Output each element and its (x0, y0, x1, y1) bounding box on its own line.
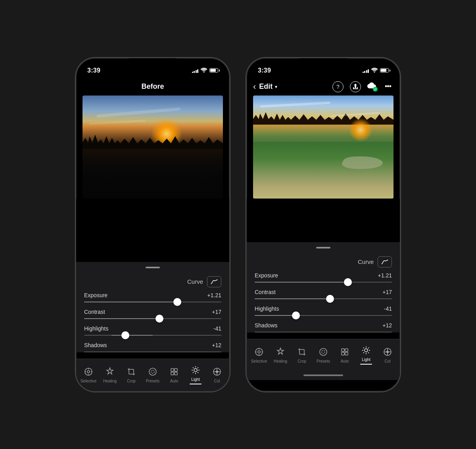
right-contrast-track[interactable] (255, 298, 392, 299)
left-scroll-indicator (76, 262, 229, 270)
svg-point-17 (194, 369, 197, 372)
right-tool-crop[interactable]: Crop (292, 346, 312, 363)
left-exposure-track[interactable] (84, 302, 221, 302)
right-tool-color[interactable]: Col (378, 346, 397, 363)
right-presets-icon (318, 346, 329, 357)
left-wifi-icon (201, 67, 207, 74)
cloud-sync-container: ✓ (367, 82, 376, 91)
right-scroll-indicator (247, 242, 400, 250)
edit-dropdown-chevron[interactable]: ▾ (275, 84, 277, 90)
left-edit-panel: Curve Exposure +1.21 (76, 270, 229, 352)
left-highlights-track[interactable] (84, 335, 221, 336)
left-tool-color[interactable]: Col (207, 366, 227, 383)
right-tool-presets[interactable]: Presets (313, 346, 333, 363)
svg-line-56 (363, 352, 364, 353)
left-presets-icon (147, 366, 158, 377)
svg-rect-13 (171, 369, 174, 371)
svg-point-49 (365, 349, 368, 352)
left-tool-auto[interactable]: Auto (164, 366, 184, 383)
left-phone: 3:39 Before (75, 57, 230, 392)
left-healing-icon (104, 366, 115, 377)
left-exposure-label: Exposure (84, 292, 107, 298)
right-contrast-thumb[interactable] (326, 295, 334, 303)
svg-point-59 (386, 351, 389, 353)
right-tool-selective[interactable]: Selective (249, 346, 269, 363)
left-color-icon (211, 366, 223, 377)
help-icon: ? (336, 84, 340, 90)
right-highlights-track[interactable] (255, 315, 392, 316)
svg-point-1 (87, 371, 90, 373)
left-contrast-row: Contrast +17 (84, 309, 221, 319)
right-highlights-label: Highlights (255, 306, 279, 312)
right-highlights-thumb[interactable] (292, 311, 300, 319)
right-shadows-label: Shadows (255, 322, 278, 329)
left-light-icon (190, 365, 201, 376)
left-spacer (76, 199, 229, 262)
right-status-icons (363, 67, 389, 74)
right-spacer (247, 199, 400, 242)
right-exposure-track[interactable] (255, 282, 392, 283)
right-contrast-value: +17 (382, 289, 392, 295)
left-curve-button[interactable] (207, 276, 221, 287)
left-shadows-track[interactable] (84, 352, 221, 352)
right-highlights-value: -41 (384, 306, 392, 312)
left-highlights-value: -41 (213, 325, 221, 332)
right-home-indicator (247, 371, 400, 380)
back-button[interactable]: ‹ (253, 82, 256, 92)
right-selective-icon (253, 346, 265, 357)
left-tool-selective[interactable]: Selective (79, 366, 98, 383)
left-color-label: Col (214, 379, 220, 383)
right-tool-healing[interactable]: Healing (271, 346, 290, 363)
left-highlights-thumb[interactable] (121, 331, 129, 339)
right-exposure-thumb[interactable] (344, 278, 352, 286)
right-presets-label: Presets (317, 359, 330, 363)
right-curve-button[interactable] (378, 256, 392, 267)
right-tool-auto[interactable]: Auto (335, 346, 355, 363)
cloud-check-icon: ✓ (373, 87, 378, 92)
right-light-label: Light (362, 357, 370, 362)
help-button[interactable]: ? (332, 81, 344, 92)
left-tool-light[interactable]: Light (186, 365, 205, 384)
right-toolbar: Selective Healing (247, 339, 400, 371)
right-phone: 3:39 ‹ (246, 57, 401, 392)
svg-line-25 (198, 367, 198, 368)
right-wifi-icon (371, 67, 378, 74)
right-contrast-label: Contrast (255, 289, 276, 295)
right-screen-title: Edit (259, 82, 273, 91)
left-screen-title: Before (141, 82, 164, 91)
right-crop-icon (296, 346, 307, 357)
more-button[interactable]: ••• (382, 81, 393, 92)
right-signal-icon (363, 68, 369, 73)
left-exposure-value: +1.21 (207, 292, 221, 298)
left-auto-label: Auto (170, 379, 178, 383)
main-container: 3:39 Before (67, 50, 409, 400)
right-shadows-track[interactable] (255, 332, 392, 332)
left-tool-presets[interactable]: Presets (143, 366, 163, 383)
right-highlights-row: Highlights -41 (255, 306, 392, 316)
svg-rect-48 (345, 352, 348, 355)
left-healing-label: Healing (103, 379, 117, 383)
left-tool-healing[interactable]: Healing (100, 366, 120, 383)
left-header: Before (76, 78, 229, 96)
share-button[interactable] (350, 81, 361, 92)
left-contrast-track[interactable] (84, 318, 221, 319)
svg-rect-15 (171, 372, 174, 375)
right-shadows-value: +12 (382, 322, 392, 329)
right-light-icon (361, 345, 372, 356)
left-tool-crop[interactable]: Crop (121, 366, 141, 383)
right-tool-light[interactable]: Light (356, 345, 376, 365)
left-status-bar: 3:39 (76, 58, 229, 78)
left-contrast-thumb[interactable] (155, 315, 163, 323)
left-curve-row: Curve (84, 276, 221, 292)
svg-point-11 (149, 368, 156, 375)
right-header-right: ? ✓ ••• (332, 81, 393, 92)
right-exposure-value: +1.21 (378, 272, 392, 279)
left-exposure-row: Exposure +1.21 (84, 292, 221, 302)
right-exposure-row: Exposure +1.21 (255, 272, 392, 283)
svg-rect-38 (299, 350, 304, 354)
svg-line-23 (198, 372, 198, 373)
right-selective-label: Selective (251, 359, 267, 363)
svg-line-22 (193, 367, 194, 368)
svg-line-24 (193, 372, 194, 373)
left-exposure-thumb[interactable] (173, 298, 181, 306)
